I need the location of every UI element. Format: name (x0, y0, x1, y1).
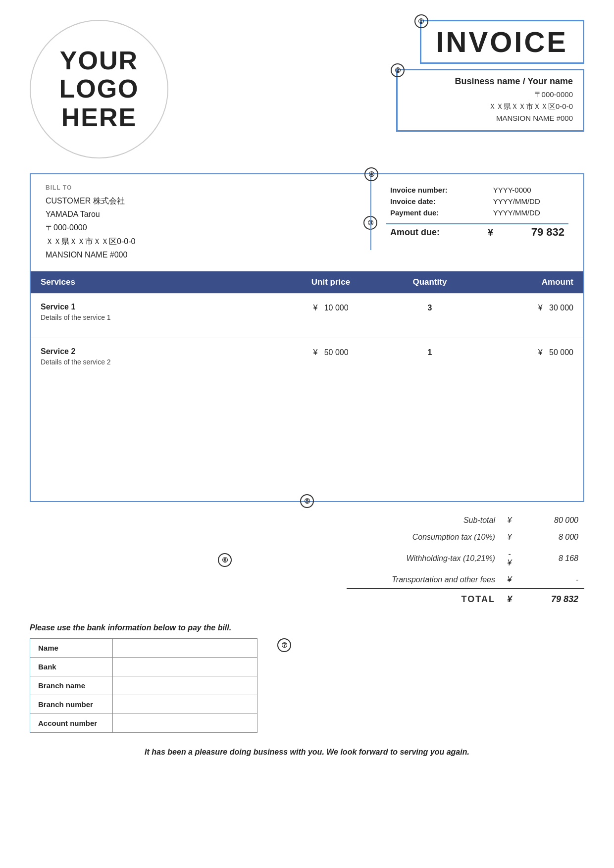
transport-row: Transportation and other fees ¥ - (347, 571, 584, 589)
col-services-header: Services (41, 277, 276, 287)
business-address1: ＸＸ県ＸＸ市ＸＸ区0-0-0 (489, 102, 573, 110)
services-header: Services Unit price Quantity Amount (31, 271, 583, 293)
bank-branch-label: Branch name (30, 676, 113, 695)
service-2-info: Service 2 Details of the service 2 (41, 347, 276, 366)
circle-4-icon: ④ (364, 167, 378, 181)
bank-bank-value (112, 657, 257, 676)
bank-circle-area: ⑦ (267, 638, 291, 652)
bank-row-name: Name (30, 638, 257, 657)
business-name: Business name / Your name (408, 76, 573, 87)
withholding-row: Withholding-tax (10,21%) -¥ 8 168 (347, 546, 584, 571)
bank-row-branch: Branch name (30, 676, 257, 695)
bill-to-address: ＸＸ県ＸＸ市ＸＸ区0-0-0 (46, 235, 356, 248)
bank-name-label: Name (30, 638, 113, 657)
payment-due-value: YYYY/MM/DD (489, 207, 568, 218)
invoice-title: INVOICE (436, 26, 568, 58)
bill-to-building: MANSION NAME #000 (46, 248, 356, 261)
invoice-number-value: YYYY-0000 (489, 184, 568, 196)
mid-section: BILL TO CUSTOMER 株式会社 YAMADA Tarou 〒000-… (30, 173, 584, 271)
bank-bank-label: Bank (30, 657, 113, 676)
service-row-1: Service 1 Details of the service 1 ¥ 10 … (31, 293, 583, 338)
subtotal-label: Sub-total (347, 512, 501, 529)
bill-to-content: CUSTOMER 株式会社 YAMADA Tarou 〒000-0000 ＸＸ県… (46, 194, 356, 261)
bank-branch-number-value (112, 695, 257, 714)
amount-due-yen: ¥ (480, 224, 502, 240)
invoice-number-label: Invoice number: (386, 184, 489, 196)
circle-2-icon: ② (391, 63, 405, 77)
total-value: 79 832 (518, 589, 584, 609)
header-right: ① INVOICE ② Business name / Your name 〒0… (396, 20, 584, 132)
empty-rows (31, 382, 583, 501)
withholding-yen: -¥ (501, 546, 518, 571)
withholding-label: Withholding-tax (10,21%) (347, 546, 501, 571)
service-1-qty: 3 (385, 303, 474, 312)
tax-label: Consumption tax (10%) (347, 529, 501, 546)
bill-to-area: BILL TO CUSTOMER 株式会社 YAMADA Tarou 〒000-… (31, 174, 370, 271)
service-2-unit-price: ¥ 50 000 (276, 347, 385, 357)
bank-table-wrapper: Name Bank Branch name Branch number Acco… (30, 638, 584, 733)
service-2-qty: 1 (385, 347, 474, 357)
footer: It has been a pleasure doing business wi… (30, 748, 584, 757)
business-info-box: ② Business name / Your name 〒000-0000 ＸＸ… (396, 69, 584, 132)
service-1-amount-val: 30 000 (549, 304, 573, 312)
service-2-price-val: 50 000 (324, 348, 349, 357)
service-2-yen: ¥ (313, 348, 317, 357)
service-2-amount-yen: ¥ (538, 348, 543, 357)
tax-yen: ¥ (501, 529, 518, 546)
col-unit-header: Unit price (276, 277, 385, 287)
total-yen: ¥ (501, 589, 518, 609)
service-1-name: Service 1 (41, 303, 276, 311)
bank-info-section: Please use the bank information below to… (30, 623, 584, 733)
bill-to-label: BILL TO (46, 184, 356, 191)
service-1-unit-price: ¥ 10 000 (276, 303, 385, 312)
header: YOURLOGOHERE ① INVOICE ② Business name /… (30, 20, 584, 158)
subtotal-yen: ¥ (501, 512, 518, 529)
business-address2: MANSION NAME #000 (496, 114, 573, 122)
bank-row-bank: Bank (30, 657, 257, 676)
service-1-yen: ¥ (313, 304, 317, 312)
col-amount-header: Amount (474, 277, 573, 287)
subtotal-row: Sub-total ¥ 80 000 (347, 512, 584, 529)
service-2-amount: ¥ 50 000 (474, 347, 573, 357)
bank-row-account: Account number (30, 714, 257, 732)
circle-7-icon: ⑦ (277, 638, 291, 652)
transport-yen: ¥ (501, 571, 518, 589)
service-2-name: Service 2 (41, 347, 276, 356)
bank-row-branch-number: Branch number (30, 695, 257, 714)
bill-to-company: CUSTOMER 株式会社 (46, 194, 356, 207)
total-row: TOTAL ¥ 79 832 (347, 589, 584, 609)
business-details: 〒000-0000 ＸＸ県ＸＸ市ＸＸ区0-0-0 MANSION NAME #0… (408, 89, 573, 124)
transport-label: Transportation and other fees (347, 571, 501, 589)
payment-due-label: Payment due: (386, 207, 489, 218)
circle-1-icon: ① (414, 14, 428, 28)
tax-value: 8 000 (518, 529, 584, 546)
business-zip: 〒000-0000 (534, 90, 573, 99)
col-qty-header: Quantity (385, 277, 474, 287)
tax-row: Consumption tax (10%) ¥ 8 000 (347, 529, 584, 546)
service-row-2: Service 2 Details of the service 2 ¥ 50 … (31, 338, 583, 382)
total-label: TOTAL (347, 589, 501, 609)
service-1-amount-yen: ¥ (538, 304, 543, 312)
service-2-amount-val: 50 000 (549, 348, 573, 357)
amount-due-label: Amout due: (386, 224, 480, 240)
invoice-date-label: Invoice date: (386, 196, 489, 207)
service-2-details: Details of the service 2 (41, 358, 276, 366)
amount-due-table: Amout due: ¥ 79 832 (386, 223, 568, 240)
bank-branch-number-label: Branch number (30, 695, 113, 714)
transport-value: - (518, 571, 584, 589)
service-1-amount: ¥ 30 000 (474, 303, 573, 312)
logo-area: YOURLOGOHERE (30, 20, 168, 158)
footer-text: It has been a pleasure doing business wi… (145, 748, 469, 756)
bank-name-value (112, 638, 257, 657)
invoice-title-box: ① INVOICE (420, 20, 585, 64)
service-1-price-val: 10 000 (324, 304, 349, 312)
services-section: Services Unit price Quantity Amount Serv… (30, 271, 584, 502)
totals-table: Sub-total ¥ 80 000 Consumption tax (10%)… (347, 512, 584, 609)
bank-branch-value (112, 676, 257, 695)
subtotal-value: 80 000 (518, 512, 584, 529)
withholding-value: 8 168 (518, 546, 584, 571)
bank-info-note: Please use the bank information below to… (30, 623, 584, 632)
service-1-info: Service 1 Details of the service 1 (41, 303, 276, 321)
circle-5-icon: ⑤ (300, 494, 314, 508)
bank-account-label: Account number (30, 714, 113, 732)
